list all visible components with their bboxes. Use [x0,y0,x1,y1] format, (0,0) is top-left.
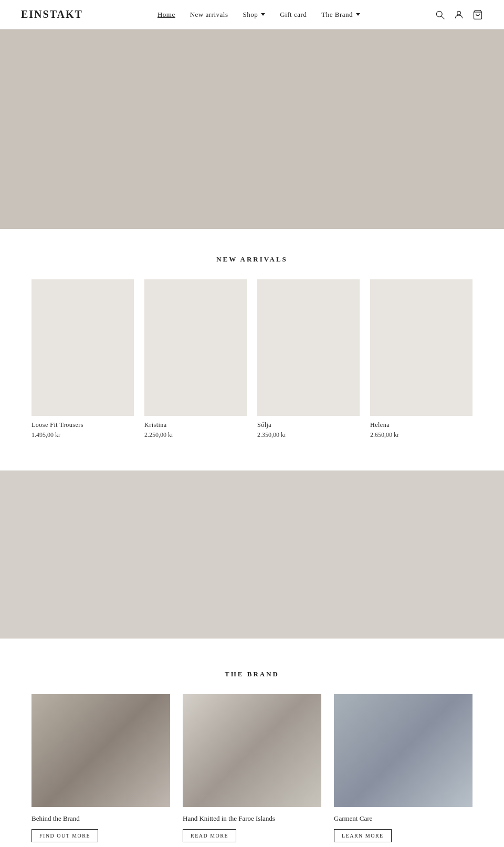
main-nav: Home New arrivals Shop Gift card The Bra… [158,11,360,19]
nav-new-arrivals[interactable]: New arrivals [190,11,228,19]
hero-banner [0,29,504,229]
brand-btn-2[interactable]: LEARN MORE [334,829,392,842]
brand-dropdown-chevron [356,13,360,16]
product-price-1: 2.250,00 kr [144,431,247,439]
brand-section-title: THE BRAND [32,670,472,678]
brand-grid: Behind the Brand FIND OUT MORE Hand Knit… [32,694,472,842]
brand-section: THE BRAND Behind the Brand FIND OUT MORE… [0,639,504,847]
product-price-3: 2.650,00 kr [370,431,472,439]
brand-card-title-2: Garment Care [334,814,472,823]
nav-the-brand[interactable]: The Brand [321,11,360,19]
nav-home[interactable]: Home [158,11,175,19]
svg-line-1 [442,16,444,18]
login-button[interactable] [454,9,464,20]
user-icon [454,9,464,20]
product-image-1 [144,279,247,416]
product-name-0: Loose Fit Trousers [32,421,134,429]
site-header: EINSTAKT Home New arrivals Shop Gift car… [0,0,504,29]
products-grid: Loose Fit Trousers 1.495,00 kr Kristina … [32,279,472,439]
product-card-1[interactable]: Kristina 2.250,00 kr [144,279,247,439]
product-name-2: Sólja [257,421,360,429]
brand-card-title-1: Hand Knitted in the Faroe Islands [183,814,321,823]
product-card-0[interactable]: Loose Fit Trousers 1.495,00 kr [32,279,134,439]
product-image-2 [257,279,360,416]
product-price-2: 2.350,00 kr [257,431,360,439]
product-name-3: Helena [370,421,472,429]
product-name-1: Kristina [144,421,247,429]
brand-card-0: Behind the Brand FIND OUT MORE [32,694,170,842]
brand-image-0 [32,694,170,807]
cart-button[interactable] [472,9,483,20]
product-price-0: 1.495,00 kr [32,431,134,439]
product-image-0 [32,279,134,416]
header-icons [435,9,483,20]
cart-icon [472,9,483,20]
new-arrivals-section: NEW ARRIVALS Loose Fit Trousers 1.495,00… [0,229,504,470]
brand-card-1: Hand Knitted in the Faroe Islands READ M… [183,694,321,842]
product-card-3[interactable]: Helena 2.650,00 kr [370,279,472,439]
brand-image-1 [183,694,321,807]
brand-image-2 [334,694,472,807]
shop-dropdown-chevron [261,13,265,16]
site-logo[interactable]: EINSTAKT [21,8,83,20]
search-icon [435,9,445,20]
product-image-3 [370,279,472,416]
brand-card-title-0: Behind the Brand [32,814,170,823]
search-button[interactable] [435,9,445,20]
svg-point-2 [457,11,461,15]
brand-btn-0[interactable]: FIND OUT MORE [32,829,98,842]
promo-banner [0,470,504,639]
brand-btn-1[interactable]: READ MORE [183,829,236,842]
svg-point-0 [436,11,442,17]
nav-gift-card[interactable]: Gift card [280,11,307,19]
brand-card-2: Garment Care LEARN MORE [334,694,472,842]
new-arrivals-title: NEW ARRIVALS [32,255,472,264]
product-card-2[interactable]: Sólja 2.350,00 kr [257,279,360,439]
nav-shop[interactable]: Shop [243,11,265,19]
